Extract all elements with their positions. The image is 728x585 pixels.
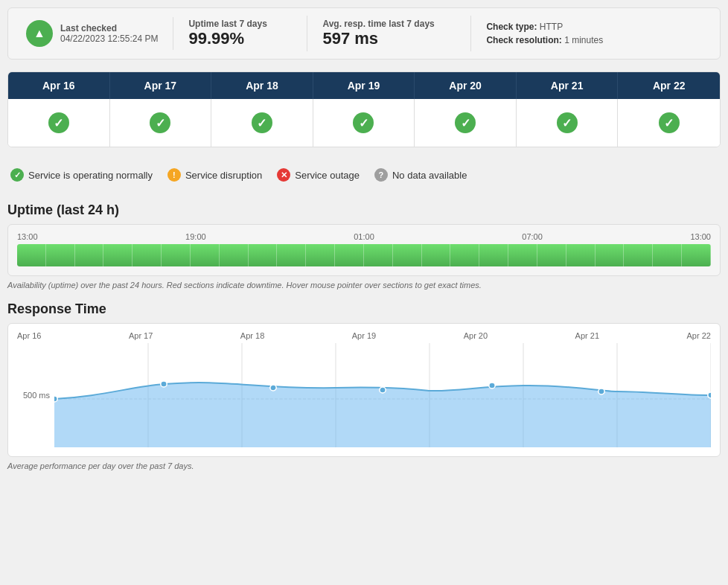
uptime-axis-3: 07:00 <box>522 232 543 241</box>
check-type-value: HTTP <box>540 22 563 32</box>
calendar-section: Apr 16 Apr 17 Apr 18 Apr 19 Apr 20 Apr 2… <box>7 71 721 147</box>
grid-line-15 <box>450 244 479 266</box>
legend-nodata: ? No data available <box>374 168 467 182</box>
grid-line-21 <box>624 244 653 266</box>
grid-line-11 <box>335 244 364 266</box>
uptime-axis-1: 19:00 <box>185 232 206 241</box>
grid-line-6 <box>191 244 220 266</box>
legend-disruption-icon: ! <box>167 168 181 182</box>
grid-line-0 <box>17 244 46 266</box>
cal-cell-4: ✓ <box>415 99 517 147</box>
response-chart-container: Apr 16 Apr 17 Apr 18 Apr 19 Apr 20 Apr 2… <box>7 323 721 457</box>
cal-cell-1: ✓ <box>110 99 212 147</box>
uptime-item: Uptime last 7 days 99.99% <box>173 16 307 51</box>
check-icon-0: ✓ <box>48 112 69 133</box>
resp-axis-4: Apr 20 <box>464 331 488 340</box>
grid-line-2 <box>75 244 104 266</box>
cal-cell-2: ✓ <box>211 99 313 147</box>
uptime-value: 99.99% <box>188 29 292 48</box>
response-note: Average performance per day over the pas… <box>7 461 721 470</box>
grid-line-20 <box>596 244 625 266</box>
check-icon-1: ✓ <box>150 112 170 133</box>
data-point-5 <box>598 389 604 394</box>
grid-line-4 <box>132 244 162 266</box>
cal-header-0: Apr 16 <box>8 72 110 99</box>
uptime-note: Availability (uptime) over the past 24 h… <box>7 281 721 290</box>
uptime-axis: 13:00 19:00 01:00 07:00 13:00 <box>17 232 711 241</box>
legend-outage-icon: ✕ <box>277 168 290 182</box>
cal-header-4: Apr 20 <box>415 72 517 99</box>
y-axis-label: 500 ms <box>17 343 54 447</box>
grid-line-13 <box>393 244 422 266</box>
response-title: Response Time <box>7 301 721 317</box>
grid-line-12 <box>364 244 393 266</box>
last-checked-item: Last checked 04/22/2023 12:55:24 PM <box>20 17 173 50</box>
legend: ✓ Service is operating normally ! Servic… <box>7 159 721 191</box>
grid-line-17 <box>508 244 537 266</box>
response-axis: Apr 16 Apr 17 Apr 18 Apr 19 Apr 20 Apr 2… <box>17 331 711 340</box>
resp-axis-1: Apr 17 <box>129 331 153 340</box>
grid-line-7 <box>220 244 249 266</box>
legend-disruption-label: Service disruption <box>185 170 262 181</box>
cal-header-5: Apr 21 <box>517 72 619 99</box>
response-chart-area: 500 ms <box>17 343 711 447</box>
grid-line-16 <box>479 244 508 266</box>
legend-normal: ✓ Service is operating normally <box>10 168 153 182</box>
last-checked-label: Last checked <box>60 23 158 33</box>
legend-nodata-label: No data available <box>392 170 467 181</box>
grid-line-5 <box>162 244 191 266</box>
grid-line-9 <box>277 244 306 266</box>
cal-header-1: Apr 17 <box>110 72 212 99</box>
check-icon-5: ✓ <box>557 112 578 133</box>
grid-line-22 <box>653 244 682 266</box>
check-icon-2: ✓ <box>252 112 272 133</box>
cal-cell-3: ✓ <box>313 99 415 147</box>
response-chart-svg <box>54 343 711 447</box>
data-point-4 <box>489 383 495 389</box>
uptime-section: Uptime (last 24 h) 13:00 19:00 01:00 07:… <box>7 202 721 290</box>
resp-axis-2: Apr 18 <box>240 331 264 340</box>
legend-normal-label: Service is operating normally <box>28 170 153 181</box>
resp-axis-3: Apr 19 <box>352 331 376 340</box>
cal-cell-0: ✓ <box>8 99 110 147</box>
up-status-icon <box>26 20 53 47</box>
cal-header-2: Apr 18 <box>211 72 313 99</box>
grid-line-14 <box>422 244 451 266</box>
data-point-1 <box>161 381 167 387</box>
uptime-bar-fill <box>17 244 711 266</box>
legend-outage-label: Service outage <box>295 170 360 181</box>
resp-axis-0: Apr 16 <box>17 331 41 340</box>
grid-line-10 <box>306 244 335 266</box>
grid-line-23 <box>682 244 711 266</box>
uptime-grid-lines <box>17 244 711 266</box>
check-type-line: Check type: HTTP <box>486 22 603 32</box>
legend-normal-icon: ✓ <box>10 168 24 182</box>
grid-line-18 <box>537 244 566 266</box>
cal-cell-6: ✓ <box>618 99 720 147</box>
check-resolution-label: Check resolution: <box>486 35 561 45</box>
uptime-axis-0: 13:00 <box>17 232 38 241</box>
data-point-3 <box>380 387 386 393</box>
check-icon-6: ✓ <box>659 112 680 133</box>
response-section: Response Time Apr 16 Apr 17 Apr 18 Apr 1… <box>7 301 721 470</box>
resp-axis-5: Apr 21 <box>575 331 599 340</box>
cal-header-3: Apr 19 <box>313 72 415 99</box>
resp-axis-6: Apr 22 <box>687 331 711 340</box>
legend-nodata-icon: ? <box>374 168 388 182</box>
last-checked-value: 04/22/2023 12:55:24 PM <box>60 33 158 44</box>
grid-line-19 <box>566 244 596 266</box>
check-type-label: Check type: <box>486 22 537 32</box>
uptime-label: Uptime last 7 days <box>188 19 292 29</box>
check-type-item: Check type: HTTP Check resolution: 1 min… <box>471 19 618 48</box>
avg-resp-value: 597 ms <box>322 29 456 48</box>
data-point-2 <box>270 385 276 391</box>
legend-disruption: ! Service disruption <box>167 168 262 182</box>
legend-outage: ✕ Service outage <box>277 168 360 182</box>
uptime-axis-4: 13:00 <box>690 232 711 241</box>
grid-line-1 <box>46 244 75 266</box>
check-resolution-line: Check resolution: 1 minutes <box>486 35 603 45</box>
calendar-body: ✓ ✓ ✓ ✓ ✓ ✓ ✓ <box>8 99 720 147</box>
avg-resp-label: Avg. resp. time last 7 days <box>322 19 456 29</box>
check-icon-4: ✓ <box>455 112 476 133</box>
status-bar: Last checked 04/22/2023 12:55:24 PM Upti… <box>7 7 721 60</box>
